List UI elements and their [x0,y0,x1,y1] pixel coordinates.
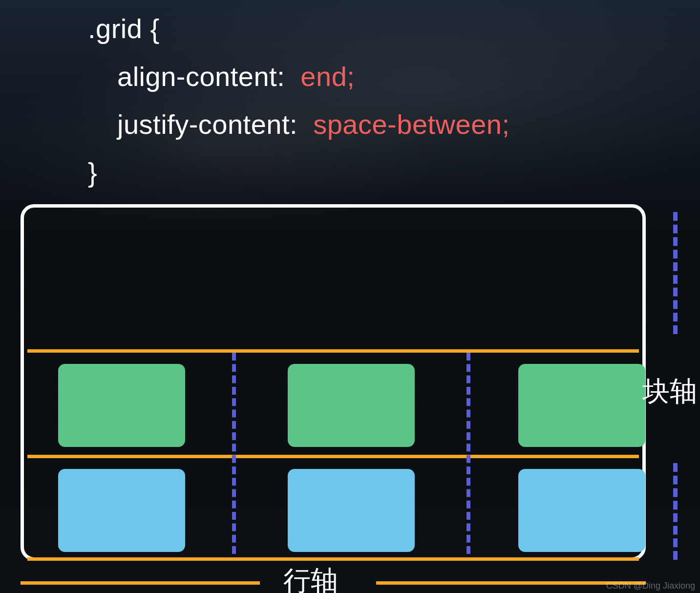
grid-diagram [21,204,646,561]
grid-container [21,204,646,561]
row-line-1 [27,349,639,353]
code-prop1-value: end; [300,61,355,92]
watermark: CSDN @Ding Jiaxiong [606,581,695,591]
code-prop2-value: space-between; [313,109,509,140]
col-line-1 [232,353,236,554]
grid-item-r2c3 [518,469,645,552]
code-prop-justify: justify-content: space-between; [88,101,510,148]
grid-item-r2c1 [58,469,185,552]
grid-item-r1c2 [288,364,415,447]
code-prop-align: align-content: end; [88,53,510,101]
row-line-3 [27,557,639,561]
block-axis-marker-top [673,212,678,334]
block-axis-marker-bottom [673,463,678,560]
row-axis-label: 行轴 [283,563,338,593]
code-prop1-name: align-content: [117,61,300,92]
row-line-2 [27,455,639,458]
col-line-2 [467,353,470,554]
code-selector: .grid { [88,5,510,53]
code-snippet: .grid { align-content: end; justify-cont… [88,5,510,196]
block-axis-label: 块轴 [642,373,697,410]
code-prop2-name: justify-content: [117,109,313,140]
grid-item-r2c2 [288,469,415,552]
grid-item-r1c3 [518,364,645,447]
row-axis-bar-left [21,581,260,585]
grid-item-r1c1 [58,364,185,447]
code-close: } [88,148,510,196]
row-axis-bar-right [376,581,646,585]
